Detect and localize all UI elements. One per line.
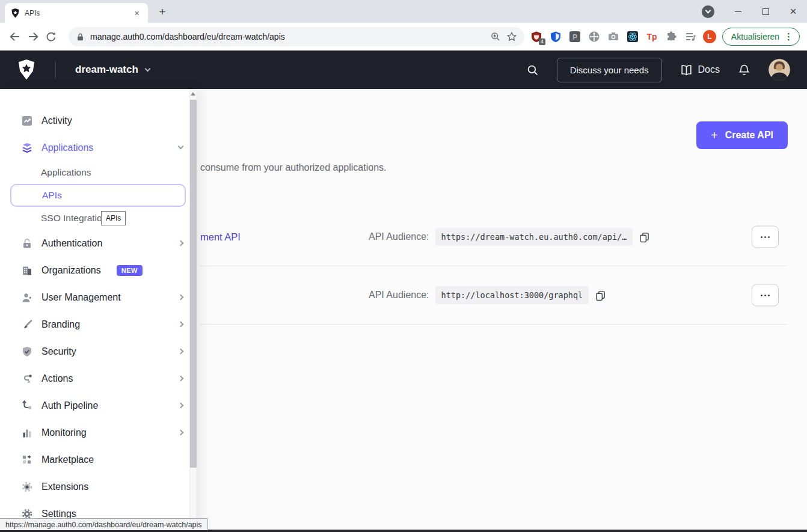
sidebar-item-label: Applications [41, 167, 91, 178]
sidebar-item-extensions[interactable]: Extensions [0, 473, 196, 500]
sidebar-item-user-management[interactable]: User Management [0, 284, 196, 311]
sidebar-item-authentication[interactable]: Authentication [0, 230, 196, 257]
main-area: consume from your authorized application… [0, 89, 807, 532]
sidebar-item-label: User Management [41, 292, 121, 303]
api-row-menu-button[interactable] [752, 284, 779, 307]
url-text[interactable]: manage.auth0.com/dashboard/eu/dream-watc… [90, 32, 285, 41]
status-url-bar: https://manage.auth0.com/dashboard/eu/dr… [0, 518, 208, 530]
sidebar-item-actions[interactable]: Actions [0, 365, 196, 392]
extensions-icon [21, 481, 33, 493]
ublock-extension-icon[interactable]: 4 [530, 31, 543, 43]
tab-title: APIs [25, 9, 127, 17]
api-name-link[interactable]: ment API [200, 231, 241, 243]
docs-label: Docs [698, 64, 720, 75]
extensions-strip: 4PTp [530, 31, 697, 43]
sidebar-item-label: Security [41, 346, 76, 357]
api-row-menu-button[interactable] [752, 226, 779, 248]
discuss-your-needs-button[interactable]: Discuss your needs [557, 58, 662, 82]
tp-extension-icon[interactable]: Tp [646, 31, 658, 43]
sidebar-item-label: Applications [41, 142, 93, 153]
api-list: ment APIAPI Audience:https://dream-watch… [200, 208, 787, 325]
chrome-update-button[interactable]: Aktualisieren [722, 28, 800, 46]
api-audience-value: https://dream-watch.eu.auth0.com/api/… [435, 228, 633, 246]
chrome-profile-avatar[interactable]: L [703, 30, 716, 43]
chevron-right-icon [178, 295, 184, 301]
reload-button[interactable] [42, 28, 60, 46]
address-bar[interactable]: manage.auth0.com/dashboard/eu/dream-watc… [69, 27, 524, 46]
create-api-button[interactable]: Create API [696, 121, 788, 149]
create-api-label: Create API [725, 130, 773, 141]
scrollbar-up-arrow-icon[interactable] [191, 92, 195, 96]
browser-tab[interactable]: APIs [5, 3, 148, 23]
api-table-row: ment APIAPI Audience:https://dream-watch… [200, 208, 787, 266]
monitoring-icon [21, 427, 33, 439]
extension-badge: 4 [539, 38, 545, 45]
camera-extension-icon[interactable] [607, 31, 620, 43]
new-tab-button[interactable] [156, 6, 168, 18]
sidebar-item-auth-pipeline[interactable]: Auth Pipeline [0, 392, 196, 419]
tenant-selector[interactable]: dream-watch [75, 64, 150, 76]
copy-icon[interactable] [639, 231, 650, 243]
user-avatar[interactable] [769, 59, 790, 81]
page-description: consume from your authorized application… [200, 162, 387, 173]
bitwarden-extension-icon[interactable] [550, 31, 562, 43]
sidebar-scrollbar[interactable] [189, 89, 196, 532]
user-icon [21, 292, 33, 304]
sidebar-item-label: Actions [41, 373, 73, 384]
marketplace-icon [21, 454, 33, 466]
react-devtools-extension-icon[interactable] [627, 31, 639, 43]
minimize-button[interactable] [724, 0, 752, 23]
brush-icon [21, 319, 33, 331]
api-audience-value: http://localhost:3000/graphql [435, 286, 589, 304]
sidebar-item-applications[interactable]: Applications [0, 134, 196, 161]
book-icon [680, 64, 693, 76]
copy-icon[interactable] [595, 290, 606, 301]
sidebar-item-label: Marketplace [41, 454, 94, 465]
chevron-right-icon [178, 403, 184, 409]
maximize-button[interactable] [752, 0, 779, 23]
window-close-button[interactable] [779, 0, 807, 23]
browser-update-icon[interactable] [702, 5, 714, 18]
browser-titlebar: APIs [0, 0, 807, 23]
chrome-menu-icon[interactable] [784, 31, 793, 42]
sidebar-item-applications[interactable]: Applications [0, 161, 196, 184]
media-playlist-extension-icon[interactable] [684, 31, 697, 43]
lock-icon[interactable] [76, 32, 85, 41]
docs-link[interactable]: Docs [680, 64, 720, 76]
svg-text:Tp: Tp [647, 32, 657, 41]
sidebar-item-monitoring[interactable]: Monitoring [0, 419, 196, 446]
app-header: dream-watch Discuss your needs Docs [0, 50, 807, 89]
tab-close-icon[interactable] [132, 8, 142, 18]
forward-button[interactable] [24, 28, 42, 46]
tenant-name: dream-watch [75, 64, 138, 76]
apis-tooltip: APIs [101, 211, 126, 225]
sidebar-item-activity[interactable]: Activity [0, 107, 196, 134]
activity-icon [21, 115, 33, 127]
sidebar-item-label: Branding [41, 319, 80, 330]
sidebar-item-sso-integrations[interactable]: SSO Integrations [0, 207, 196, 230]
sidebar-item-label: Organizations [41, 265, 101, 276]
sidebar-item-apis[interactable]: APIs [10, 184, 186, 207]
chevron-right-icon [178, 430, 184, 436]
sidebar-item-security[interactable]: Security [0, 338, 196, 365]
sidebar-item-branding[interactable]: Branding [0, 311, 196, 338]
picker-extension-icon[interactable] [588, 31, 601, 43]
chevron-right-icon [178, 240, 184, 246]
zoom-page-icon[interactable] [490, 31, 501, 42]
bell-icon[interactable] [738, 64, 750, 76]
sidebar-item-marketplace[interactable]: Marketplace [0, 446, 196, 473]
bookmark-star-icon[interactable] [506, 31, 517, 42]
auth0-favicon-icon [11, 8, 20, 18]
letter-p-extension-icon[interactable]: P [569, 31, 581, 43]
pipeline-icon [21, 400, 33, 412]
api-table-row: API Audience:http://localhost:3000/graph… [200, 266, 787, 325]
plus-icon [711, 129, 718, 142]
auth0-logo-icon[interactable] [17, 60, 36, 80]
back-button[interactable] [6, 28, 24, 46]
search-icon[interactable] [526, 64, 539, 76]
organizations-icon [21, 264, 33, 277]
puzzle-extension-icon[interactable] [665, 31, 678, 43]
sidebar-item-organizations[interactable]: OrganizationsNEW [0, 257, 196, 284]
lock-icon [21, 237, 33, 249]
scrollbar-thumb[interactable] [190, 100, 197, 468]
